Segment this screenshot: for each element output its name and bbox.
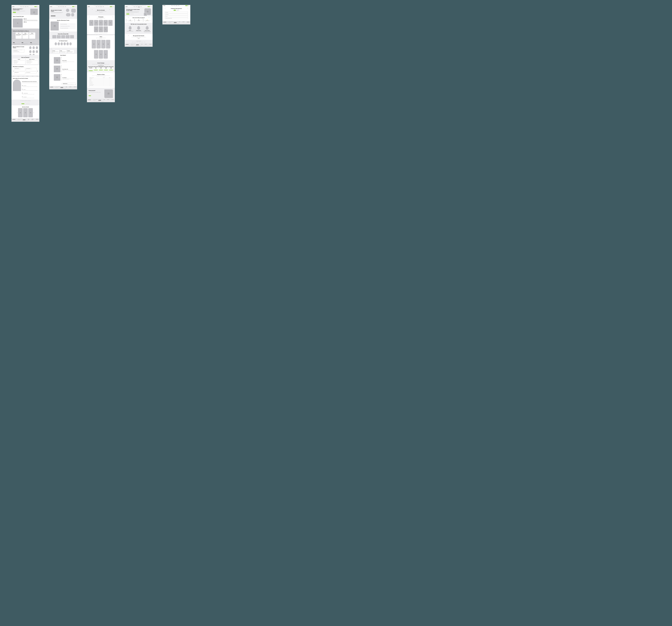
- faq-item[interactable]: Who is Pistachio for?⌄: [165, 14, 188, 15]
- agency-start-button[interactable]: Get started: [126, 14, 129, 15]
- faq-item[interactable]: What content can be produced on Pistachi…: [165, 17, 188, 19]
- nav-faq[interactable]: FAQ: [178, 5, 179, 6]
- nav-agencies[interactable]: Agencies: [100, 6, 102, 7]
- trusted-section: Trusted by these brands facebook Google …: [125, 40, 152, 43]
- faq-tab-creators[interactable]: Creators: [176, 10, 179, 11]
- email-input[interactable]: [131, 45, 136, 45]
- signin-link[interactable]: Sign In: [37, 6, 39, 7]
- logo[interactable]: pistachio: [163, 5, 165, 6]
- videos-label[interactable]: VIDEOS: [24, 22, 25, 22]
- nav-faq[interactable]: FAQ: [103, 6, 104, 7]
- footer-link[interactable]: Pricing: [28, 120, 29, 120]
- nav-pricing[interactable]: Pricing: [58, 6, 59, 7]
- photo-sample: [94, 20, 98, 26]
- nav-creators[interactable]: Creators: [98, 6, 100, 7]
- check-icon: ✓: [101, 85, 107, 86]
- logo[interactable]: pistachio: [125, 6, 127, 7]
- cta-start-button[interactable]: Get started: [21, 103, 24, 104]
- tier-button[interactable]: Start Project: [104, 70, 108, 70]
- play-icon[interactable]: ▸: [17, 23, 18, 24]
- nav-pricing[interactable]: Pricing: [171, 5, 173, 6]
- nav-agencies[interactable]: Agencies: [138, 6, 140, 7]
- tier-button[interactable]: Start Project: [89, 70, 93, 71]
- tier-button[interactable]: Start Project: [94, 70, 98, 70]
- carousel-next[interactable]: ›: [37, 71, 38, 72]
- play-icon[interactable]: ▸: [96, 54, 97, 55]
- nav-faq[interactable]: FAQ: [141, 6, 142, 7]
- carousel-prev[interactable]: ‹: [138, 38, 139, 39]
- nav-creators[interactable]: Creators: [136, 6, 138, 7]
- email-input[interactable]: [93, 100, 98, 101]
- play-icon[interactable]: ▸: [20, 112, 21, 113]
- tier-button[interactable]: Start Project: [99, 70, 103, 70]
- email-input[interactable]: [55, 87, 61, 88]
- carousel-next[interactable]: ›: [139, 38, 140, 39]
- logo[interactable]: pistachio: [88, 6, 90, 7]
- signin-link[interactable]: Sign In: [113, 6, 114, 7]
- footer-link[interactable]: About us: [66, 87, 67, 87]
- tier-button[interactable]: Start Project: [109, 70, 113, 70]
- play-icon[interactable]: ▸: [105, 54, 106, 55]
- nav-faq[interactable]: FAQ: [27, 6, 28, 7]
- nav-creators[interactable]: Creators: [22, 6, 24, 7]
- carousel-prev[interactable]: ‹: [13, 71, 14, 72]
- step-desc: Fill in your profile to explain what you…: [62, 62, 76, 62]
- signup-button[interactable]: Sign Up: [72, 6, 74, 7]
- subscribe-button[interactable]: Subscribe: [174, 22, 176, 23]
- signin-link[interactable]: Sign In: [188, 5, 190, 6]
- chevron-down-icon: ⌄: [187, 12, 187, 13]
- play-icon[interactable]: ▸: [100, 54, 101, 55]
- subscribe-button[interactable]: Subscribe: [61, 87, 63, 88]
- stat-num: 96%: [13, 42, 15, 43]
- nav-agencies[interactable]: Agencies: [176, 5, 178, 6]
- email-input[interactable]: [169, 22, 174, 23]
- logo[interactable]: pistachio: [50, 6, 52, 7]
- creator-hero-title: Join our network of curated creators: [51, 10, 63, 11]
- signup-button[interactable]: Sign Up: [34, 6, 37, 7]
- agency-demo-button[interactable]: Book a demo: [130, 14, 134, 15]
- help-card: ◎AffordableOur creators are talented, bu…: [126, 19, 134, 22]
- play-icon[interactable]: ▸: [103, 44, 104, 45]
- signin-link[interactable]: Sign In: [75, 6, 76, 7]
- play-icon[interactable]: ▸: [98, 44, 99, 45]
- faq-tab-brands[interactable]: Brands: [174, 10, 176, 11]
- get-started-button[interactable]: Get Started: [13, 12, 16, 13]
- subscribe-button[interactable]: Subscribe: [23, 119, 25, 120]
- ugc-card-desc: Taking time to vet, brief and manage cre…: [144, 31, 151, 32]
- nav-pricing[interactable]: Pricing: [20, 6, 22, 7]
- nav-pricing[interactable]: Pricing: [134, 6, 135, 7]
- become-creator-button[interactable]: Become a creator: [51, 16, 55, 17]
- pricing-hero-sub: Choose from our selection of content opt…: [89, 11, 113, 11]
- play-icon[interactable]: ▸: [25, 112, 26, 113]
- images-label[interactable]: IMAGES: [24, 19, 26, 19]
- play-icon[interactable]: ▸: [107, 44, 109, 45]
- footer-col-title: About: [141, 44, 142, 44]
- help-section: ✦ ✦ How can we help your agency? ◎Afford…: [125, 16, 152, 23]
- signup-button[interactable]: Sign Up: [110, 6, 112, 7]
- nav-agencies[interactable]: Agencies: [25, 6, 27, 7]
- inspired-signup-button[interactable]: Sign Up: [89, 95, 91, 96]
- love-section: Why Brands Love Pistachio ‹ Smaller Titl…: [11, 65, 39, 75]
- play-icon[interactable]: ▸: [93, 44, 94, 45]
- subscribe-button[interactable]: Subscribe: [98, 100, 101, 101]
- use-image: [13, 79, 21, 91]
- nav-pricing[interactable]: Pricing: [96, 6, 97, 7]
- nav-creators[interactable]: Creators: [60, 6, 62, 7]
- cta-demo-button[interactable]: Request a demo: [25, 103, 29, 104]
- nav-creators[interactable]: Creators: [173, 5, 175, 6]
- signin-link[interactable]: Sign In: [150, 6, 152, 7]
- learn-more-button[interactable]: Learn More: [17, 12, 20, 13]
- faq-item[interactable]: What is Pistachio?⌄: [165, 11, 188, 13]
- play-icon[interactable]: ▸: [30, 112, 31, 113]
- signup-button[interactable]: Sign Up: [185, 5, 188, 6]
- footer-link[interactable]: FAQs: [32, 120, 33, 120]
- signup-button[interactable]: Sign Up: [147, 6, 150, 7]
- logo[interactable]: pistachio: [12, 6, 14, 7]
- email-input[interactable]: [18, 119, 23, 120]
- footer-link[interactable]: Blog: [69, 87, 71, 87]
- nav-agencies[interactable]: Agencies: [63, 6, 65, 7]
- photo-section: ✦ ✦ Photography Transform your content w…: [87, 16, 115, 34]
- nav-faq[interactable]: FAQ: [65, 6, 66, 7]
- subscribe-button[interactable]: Subscribe: [136, 45, 139, 45]
- faq-item[interactable]: What is UGC?⌄: [165, 16, 188, 17]
